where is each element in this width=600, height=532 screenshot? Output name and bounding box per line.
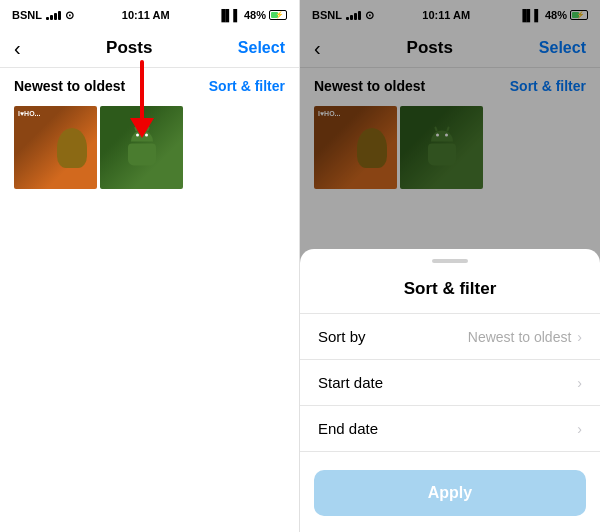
signal-bar-4 (58, 11, 61, 20)
left-wifi-icon: ⊙ (65, 9, 74, 22)
left-signal-icon: ▐▌▌ (218, 9, 241, 21)
left-sort-filter-button[interactable]: Sort & filter (209, 78, 285, 94)
left-status-bar: BSNL ⊙ 10:11 AM ▐▌▌ 48% ⚡ (0, 0, 299, 28)
start-date-chevron-icon: › (577, 375, 582, 391)
sort-filter-sheet: Sort & filter Sort by Newest to oldest ›… (300, 249, 600, 532)
sheet-row-end-date[interactable]: End date › (300, 406, 600, 452)
left-battery-lightning: ⚡ (275, 11, 284, 19)
left-back-button[interactable]: ‹ (14, 38, 21, 58)
end-date-label: End date (318, 420, 378, 437)
right-panel: BSNL ⊙ 10:11 AM ▐▌▌ 48% ⚡ (300, 0, 600, 532)
signal-bar-2 (50, 15, 53, 20)
start-date-label: Start date (318, 374, 383, 391)
start-date-right: › (577, 375, 582, 391)
post-thumb-1[interactable] (14, 106, 97, 189)
left-sort-bar: Newest to oldest Sort & filter (0, 68, 299, 102)
end-date-chevron-icon: › (577, 421, 582, 437)
left-status-left: BSNL ⊙ (12, 9, 74, 22)
android-head (131, 130, 153, 141)
sort-by-right: Newest to oldest › (468, 329, 582, 345)
sheet-row-start-date[interactable]: Start date › (300, 360, 600, 406)
android-eye-left (136, 133, 139, 136)
end-date-right: › (577, 421, 582, 437)
left-battery-pct: 48% (244, 9, 266, 21)
signal-bar-3 (54, 13, 57, 20)
left-sort-label: Newest to oldest (14, 78, 125, 94)
sort-by-label: Sort by (318, 328, 366, 345)
left-battery-icon: ⚡ (269, 10, 287, 20)
left-signal-bars (46, 10, 61, 20)
android-eyes (136, 133, 148, 136)
sheet-handle (432, 259, 468, 263)
signal-bar-1 (46, 17, 49, 20)
left-carrier: BSNL (12, 9, 42, 21)
android-body (128, 143, 156, 165)
left-panel: BSNL ⊙ 10:11 AM ▐▌▌ 48% ⚡ ‹ Posts Select… (0, 0, 300, 532)
sheet-row-sort-by[interactable]: Sort by Newest to oldest › (300, 314, 600, 360)
left-select-button[interactable]: Select (238, 39, 285, 57)
left-nav-bar: ‹ Posts Select (0, 28, 299, 68)
sort-by-value: Newest to oldest (468, 329, 572, 345)
sheet-title: Sort & filter (300, 279, 600, 314)
apply-button[interactable]: Apply (314, 470, 586, 516)
left-page-title: Posts (106, 38, 152, 58)
android-eye-right (145, 133, 148, 136)
left-posts-grid (0, 102, 299, 193)
apply-label: Apply (428, 484, 472, 501)
post-thumb-2[interactable] (100, 106, 183, 189)
left-status-right: ▐▌▌ 48% ⚡ (218, 9, 287, 21)
android-figure (128, 130, 156, 165)
sort-by-chevron-icon: › (577, 329, 582, 345)
left-time: 10:11 AM (122, 9, 170, 21)
